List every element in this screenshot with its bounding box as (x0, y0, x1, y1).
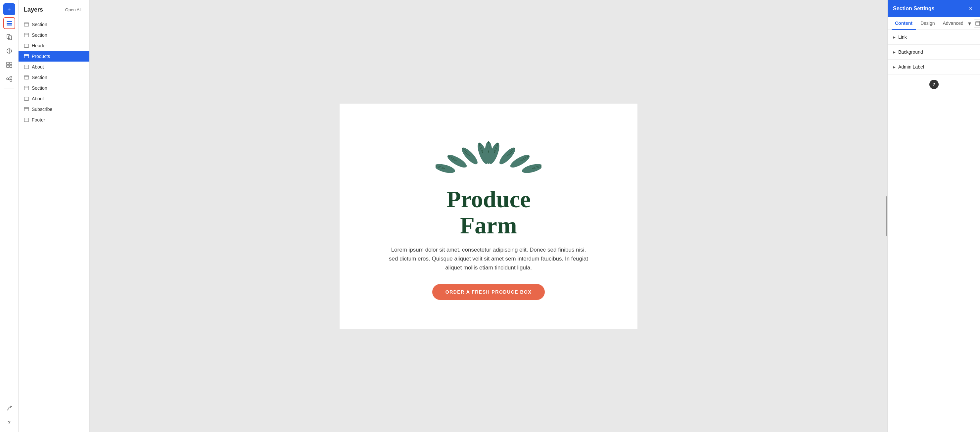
layer-item-header[interactable]: Header (19, 40, 89, 51)
layer-label: Subscribe (32, 107, 52, 112)
admin-label-section-header[interactable]: ▶ Admin Label (888, 60, 980, 74)
svg-rect-25 (24, 65, 29, 69)
integrations-nav-button[interactable] (3, 73, 15, 85)
tab-layout-toggle[interactable] (974, 19, 980, 27)
svg-point-13 (10, 76, 12, 78)
section-icon (24, 107, 29, 112)
layer-item-section1[interactable]: Section (19, 19, 89, 30)
layer-label: Products (32, 54, 50, 59)
bottom-icons: ? (3, 402, 15, 432)
layer-item-about2[interactable]: About (19, 93, 89, 104)
section-link: ▶ Link (888, 30, 980, 45)
section-icon (24, 22, 29, 27)
svg-rect-46 (976, 22, 980, 26)
settings-tabs: Content Design Advanced ▾ (888, 17, 980, 30)
section-admin-label: ▶ Admin Label (888, 60, 980, 75)
settings-body: ▶ Link ▶ Background ▶ Admin Label ? (888, 30, 980, 432)
pages-nav-button[interactable] (3, 31, 15, 43)
section-icon (24, 75, 29, 80)
background-section-header[interactable]: ▶ Background (888, 45, 980, 59)
help-nav-button[interactable]: ? (3, 416, 15, 428)
layer-label: Section (32, 85, 47, 91)
layer-item-footer[interactable]: Footer (19, 115, 89, 125)
chevron-right-icon: ▶ (893, 65, 896, 69)
tab-extras: ▾ (968, 19, 980, 27)
svg-point-12 (6, 78, 9, 80)
section-icon (24, 54, 29, 59)
cta-button[interactable]: ORDER A FRESH PRODUCE BOX (432, 284, 545, 300)
admin-label: Admin Label (898, 64, 924, 70)
layer-item-section2[interactable]: Section (19, 30, 89, 40)
svg-point-37 (436, 162, 456, 175)
layers-nav-button[interactable] (3, 17, 15, 29)
settings-panel: Section Settings × Content Design Advanc… (887, 0, 980, 432)
settings-title: Section Settings (893, 6, 934, 11)
modules-nav-button[interactable] (3, 45, 15, 57)
svg-rect-8 (6, 62, 9, 65)
svg-rect-29 (24, 86, 29, 90)
settings-close-button[interactable]: × (967, 5, 975, 13)
tab-advanced[interactable]: Advanced (939, 17, 966, 30)
canvas-area: Produce Farm Lorem ipsum dolor sit amet,… (90, 0, 887, 432)
svg-point-45 (521, 162, 541, 175)
svg-rect-31 (24, 97, 29, 100)
layer-item-about1[interactable]: About (19, 62, 89, 72)
section-icon (24, 43, 29, 48)
section-icon (24, 65, 29, 69)
svg-rect-33 (24, 108, 29, 111)
tab-dropdown-arrow[interactable]: ▾ (968, 20, 971, 27)
hero-paragraph: Lorem ipsum dolor sit amet, consectetur … (386, 245, 591, 273)
layer-item-products[interactable]: Products (19, 51, 89, 62)
section-icon (24, 118, 29, 122)
chevron-right-icon: ▶ (893, 50, 896, 54)
add-button[interactable]: + (3, 3, 15, 15)
svg-rect-11 (10, 65, 12, 67)
layer-item-section4[interactable]: Section (19, 83, 89, 93)
leaf-illustration (436, 126, 541, 179)
chevron-right-icon: ▶ (893, 35, 896, 39)
help-icon-button[interactable]: ? (929, 80, 939, 89)
svg-rect-1 (6, 23, 12, 24)
svg-rect-0 (6, 21, 12, 22)
layer-label: Section (32, 32, 47, 38)
elements-nav-button[interactable] (3, 59, 15, 71)
svg-rect-9 (10, 62, 12, 65)
tab-content[interactable]: Content (892, 17, 916, 30)
svg-point-14 (10, 80, 12, 81)
svg-rect-2 (6, 24, 12, 26)
layer-label: Section (32, 75, 47, 80)
svg-rect-17 (24, 23, 29, 27)
svg-rect-23 (24, 55, 29, 58)
link-section-header[interactable]: ▶ Link (888, 30, 980, 45)
layers-list: Section Section Header (19, 17, 89, 432)
section-icon (24, 96, 29, 101)
link-label: Link (898, 34, 907, 40)
section-icon (24, 33, 29, 37)
canvas-frame: Produce Farm Lorem ipsum dolor sit amet,… (340, 104, 638, 329)
section-background: ▶ Background (888, 45, 980, 60)
layer-label: Header (32, 43, 47, 48)
section-icon (24, 86, 29, 90)
svg-rect-27 (24, 76, 29, 80)
icon-bar: + (0, 0, 19, 432)
layer-item-subscribe[interactable]: Subscribe (19, 104, 89, 115)
layer-label: Footer (32, 117, 45, 123)
layer-item-section3[interactable]: Section (19, 72, 89, 83)
settings-header: Section Settings × (888, 0, 980, 17)
tab-design[interactable]: Design (917, 17, 938, 30)
svg-line-16 (9, 79, 10, 80)
divider (4, 88, 14, 88)
layer-label: Section (32, 22, 47, 27)
svg-rect-10 (6, 65, 9, 67)
open-all-button[interactable]: Open All (62, 6, 84, 14)
svg-line-15 (9, 78, 10, 78)
background-label: Background (898, 49, 923, 55)
tools-nav-button[interactable] (3, 402, 15, 414)
svg-rect-35 (24, 118, 29, 122)
layer-label: About (32, 96, 44, 101)
canvas-scrollbar[interactable] (886, 196, 887, 236)
layer-label: About (32, 64, 44, 70)
layers-panel: Layers Open All Section Section (19, 0, 90, 432)
svg-rect-19 (24, 33, 29, 37)
settings-help: ? (888, 75, 980, 94)
